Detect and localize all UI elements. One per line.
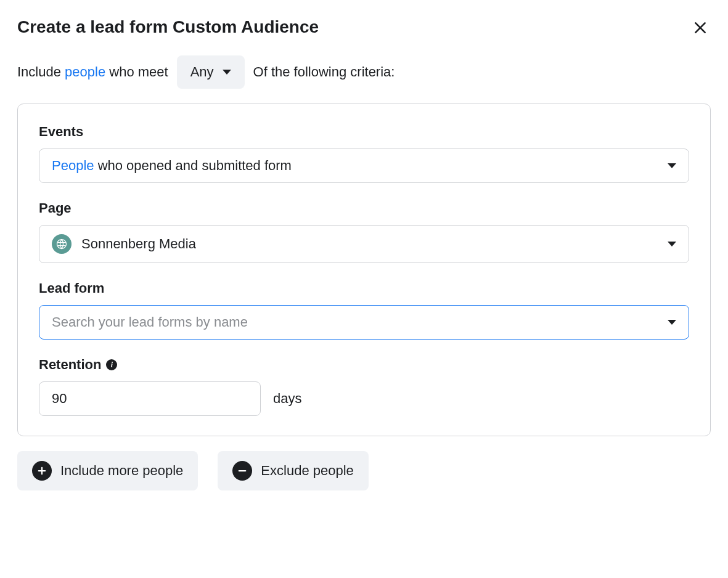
criteria-suffix: Of the following criteria: bbox=[253, 64, 395, 80]
page-field-group: Page Sonnenberg Media bbox=[39, 200, 689, 263]
page-select[interactable]: Sonnenberg Media bbox=[39, 225, 689, 263]
page-avatar-icon bbox=[52, 234, 72, 254]
match-mode-label: Any bbox=[190, 64, 214, 80]
minus-icon bbox=[232, 461, 252, 481]
page-value: Sonnenberg Media bbox=[81, 236, 196, 252]
criteria-panel: Events People who opened and submitted f… bbox=[17, 104, 711, 436]
exclude-button[interactable]: Exclude people bbox=[218, 451, 368, 490]
svg-point-2 bbox=[57, 240, 67, 249]
events-people-link: People bbox=[52, 158, 94, 173]
close-icon bbox=[692, 20, 708, 36]
events-value: People who opened and submitted form bbox=[52, 158, 292, 174]
criteria-sentence: Include people who meet Any Of the follo… bbox=[17, 55, 711, 89]
retention-field-group: Retention i days bbox=[39, 357, 689, 416]
leadform-label: Lead form bbox=[39, 280, 689, 296]
dialog-title: Create a lead form Custom Audience bbox=[17, 17, 319, 37]
action-buttons-row: Include more people Exclude people bbox=[17, 451, 711, 490]
leadform-placeholder: Search your lead forms by name bbox=[52, 314, 248, 330]
events-label: Events bbox=[39, 124, 689, 140]
leadform-field-group: Lead form Search your lead forms by name bbox=[39, 280, 689, 340]
include-more-button[interactable]: Include more people bbox=[17, 451, 198, 490]
retention-input[interactable] bbox=[39, 381, 261, 416]
chevron-down-icon bbox=[668, 242, 676, 246]
close-button[interactable] bbox=[690, 17, 711, 38]
leadform-select[interactable]: Search your lead forms by name bbox=[39, 305, 689, 340]
chevron-down-icon bbox=[668, 320, 676, 325]
chevron-down-icon bbox=[223, 70, 231, 75]
include-prefix: Include bbox=[17, 64, 65, 79]
retention-label-text: Retention bbox=[39, 357, 101, 373]
retention-label: Retention i bbox=[39, 357, 689, 373]
retention-suffix: days bbox=[273, 391, 301, 407]
who-meet-text: who meet bbox=[105, 64, 168, 79]
events-select[interactable]: People who opened and submitted form bbox=[39, 149, 689, 183]
plus-icon bbox=[32, 461, 52, 481]
chevron-down-icon bbox=[668, 163, 676, 168]
info-icon[interactable]: i bbox=[106, 359, 117, 370]
page-label: Page bbox=[39, 200, 689, 216]
people-link[interactable]: people bbox=[65, 64, 105, 79]
events-field-group: Events People who opened and submitted f… bbox=[39, 124, 689, 183]
exclude-label: Exclude people bbox=[261, 463, 353, 479]
include-text: Include people who meet bbox=[17, 64, 168, 80]
events-rest-text: who opened and submitted form bbox=[94, 158, 292, 173]
match-mode-dropdown[interactable]: Any bbox=[177, 55, 245, 89]
include-more-label: Include more people bbox=[60, 463, 183, 479]
